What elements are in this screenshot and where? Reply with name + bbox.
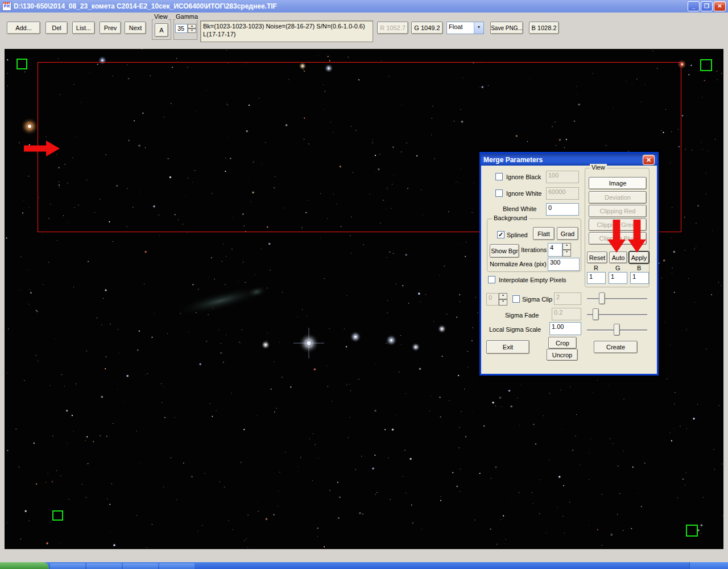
- g-label: G: [615, 265, 621, 271]
- splined-label: Splined: [507, 232, 528, 238]
- local-sigma-slider-thumb[interactable]: [614, 324, 620, 336]
- uncrop-button[interactable]: Uncrop: [547, 349, 578, 361]
- grad-button[interactable]: Grad: [557, 227, 578, 240]
- sigma-clip-field: 2: [554, 292, 581, 305]
- g-factor-field[interactable]: 1: [609, 272, 627, 284]
- ignore-white-checkbox[interactable]: [495, 189, 503, 197]
- spin-down-icon[interactable]: ▼: [188, 28, 196, 33]
- view-group-label: View: [154, 13, 168, 20]
- format-value: Float: [447, 22, 474, 34]
- spin-down-icon[interactable]: ▼: [562, 250, 571, 257]
- image-stats-readout: Bk=(1023-1023-1023) Noise=(28-16-27) S/N…: [200, 20, 373, 42]
- blend-white-label: Blend White: [503, 205, 536, 212]
- app-icon: Fit: [2, 2, 11, 11]
- blend-white-field[interactable]: 0: [546, 203, 579, 216]
- local-sigma-scale-label: Local Sigma Scale: [489, 326, 541, 333]
- iterations-field[interactable]: 4: [548, 243, 562, 257]
- background-group-label: Background: [492, 215, 529, 221]
- local-sigma-scale-field[interactable]: 1.00: [549, 322, 581, 335]
- spin-up-icon[interactable]: ▲: [188, 24, 196, 28]
- align-marker-top-right[interactable]: [700, 59, 712, 71]
- gamma-value-field[interactable]: 35: [175, 24, 188, 33]
- sigma-fade-field: 0.2: [552, 308, 581, 320]
- r-channel-button: R 1052.7: [377, 22, 408, 34]
- crop-button[interactable]: Crop: [548, 337, 577, 349]
- del-button[interactable]: Del: [46, 22, 68, 34]
- taskbar-button[interactable]: [159, 563, 195, 569]
- sigma-fade-slider-thumb[interactable]: [593, 308, 599, 320]
- show-bgr-button[interactable]: Show Bgr: [490, 244, 519, 258]
- merge-parameters-dialog: Merge Parameters ✕ Ignore Black 100 Igno…: [479, 152, 659, 376]
- b-label: B: [637, 265, 641, 271]
- taskbar: [0, 562, 728, 569]
- ignore-black-checkbox[interactable]: [495, 173, 503, 180]
- normalize-area-field[interactable]: 300: [548, 258, 580, 271]
- taskbar-button[interactable]: [123, 563, 158, 569]
- status-strip: [0, 549, 728, 562]
- align-marker-bottom-right[interactable]: [686, 525, 698, 537]
- main-toolbar: Add... Del List... Prev Next View A Gamm…: [0, 13, 728, 49]
- background-group: Background ✓ Splined Flatt Grad Show Bgr…: [487, 218, 581, 272]
- minimize-icon[interactable]: _: [688, 1, 700, 11]
- stats-line-2: L(17-17-17): [203, 30, 370, 38]
- iterations-label: Iterations: [521, 246, 547, 253]
- sigma-spinner: ▲▼: [499, 293, 507, 306]
- stats-line-1: Bk=(1023-1023-1023) Noise=(28-16-27) S/N…: [203, 22, 370, 30]
- view-image-button[interactable]: Image: [589, 177, 647, 189]
- save-png-button[interactable]: Save PNG...: [490, 22, 523, 34]
- align-marker-top-left[interactable]: [16, 59, 27, 69]
- ignore-white-label: Ignore White: [506, 190, 541, 197]
- g-channel-button[interactable]: G 1049.2: [411, 22, 443, 34]
- create-button[interactable]: Create: [594, 341, 638, 353]
- sigma-fade-label: Sigma Fade: [505, 312, 539, 319]
- view-group-label: View: [590, 164, 607, 171]
- next-button[interactable]: Next: [125, 22, 146, 34]
- spin-down-icon: ▼: [499, 299, 507, 306]
- system-tray: [689, 562, 728, 569]
- taskbar-button[interactable]: [86, 563, 122, 569]
- maximize-icon[interactable]: ❐: [701, 1, 713, 11]
- interpolate-label: Interpolate Empty Pixels: [499, 277, 566, 283]
- gamma-group: Gamma 35 ▲▼: [173, 19, 197, 40]
- view-a-button[interactable]: A: [155, 23, 168, 37]
- prev-button[interactable]: Prev: [100, 22, 121, 34]
- sigma-clip-label: Sigma Clip: [522, 296, 552, 303]
- b-factor-field[interactable]: 1: [630, 272, 649, 284]
- sigma-clip-slider-track[interactable]: [587, 298, 647, 299]
- sigma-clip-slider-thumb[interactable]: [599, 292, 605, 304]
- title-bar: Fit D:\130-650\2014_08_23_комета C2014-E…: [0, 0, 728, 13]
- dialog-close-icon[interactable]: ✕: [643, 155, 655, 165]
- auto-button[interactable]: Auto: [609, 251, 627, 263]
- apply-button[interactable]: Apply: [629, 251, 649, 263]
- dialog-title-bar[interactable]: Merge Parameters ✕: [481, 154, 657, 166]
- fitswork-window: Fit D:\130-650\2014_08_23_комета C2014-E…: [0, 0, 728, 569]
- r-factor-field[interactable]: 1: [587, 272, 606, 284]
- format-select[interactable]: Float ▼: [446, 22, 484, 34]
- close-icon[interactable]: ✕: [714, 1, 726, 11]
- b-channel-button[interactable]: B 1028.2: [529, 22, 559, 34]
- gamma-spinner[interactable]: ▲▼: [188, 24, 196, 33]
- ignore-black-label: Ignore Black: [506, 174, 541, 180]
- iterations-spinner[interactable]: ▲▼: [562, 243, 571, 257]
- splined-checkbox[interactable]: ✓: [497, 231, 504, 238]
- list-button[interactable]: List...: [72, 22, 95, 34]
- start-button[interactable]: [0, 562, 49, 569]
- chevron-down-icon[interactable]: ▼: [474, 22, 483, 34]
- window-title: D:\130-650\2014_08_23_комета C2014-E2_10…: [14, 2, 688, 10]
- ignore-white-field: 60000: [546, 187, 579, 200]
- flatt-button[interactable]: Flatt: [533, 227, 555, 240]
- r-label: R: [594, 265, 598, 271]
- ignore-black-field: 100: [546, 171, 579, 183]
- sigma-clip-checkbox[interactable]: [512, 295, 520, 303]
- add-button[interactable]: Add...: [7, 22, 40, 34]
- interpolate-checkbox[interactable]: [488, 276, 495, 283]
- spin-up-icon[interactable]: ▲: [562, 243, 571, 250]
- dialog-title: Merge Parameters: [483, 156, 643, 164]
- taskbar-button[interactable]: [50, 563, 85, 569]
- sigma-spin-field: 0: [486, 293, 499, 306]
- reset-button[interactable]: Reset: [587, 251, 607, 263]
- align-marker-bottom-left[interactable]: [52, 510, 63, 521]
- spin-up-icon: ▲: [499, 293, 507, 299]
- view-clipping-red-button: Clipping Red: [589, 205, 647, 217]
- exit-button[interactable]: Exit: [486, 340, 530, 354]
